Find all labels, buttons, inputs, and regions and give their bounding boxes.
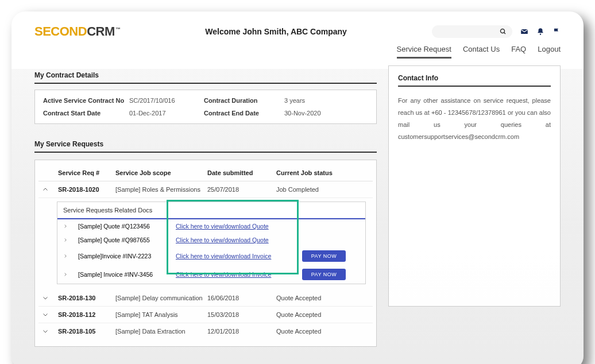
request-scope: [Sample] Data Extraction — [115, 328, 207, 335]
contract-no-label: Active Service Contract No — [43, 97, 129, 104]
contract-duration-value: 3 years — [284, 97, 353, 104]
nav-service-request[interactable]: Service Request — [397, 45, 451, 59]
contact-title: Contact Info — [398, 74, 551, 87]
col-service-req: Service Req # — [58, 169, 115, 176]
search-input[interactable] — [432, 25, 512, 38]
chevron-up-icon — [42, 186, 49, 193]
logo-part2: CRM — [87, 24, 115, 39]
nav-row: Service Request Contact Us FAQ Logout — [34, 45, 561, 59]
mail-icon[interactable] — [520, 28, 528, 36]
contract-end-label: Contract End Date — [204, 110, 284, 117]
doc-row: [Sample]Invoice #INV-2223 Click here to … — [57, 247, 365, 265]
request-row[interactable]: SR-2018-105 [Sample] Data Extraction 12/… — [38, 323, 373, 339]
contract-details-title: My Contract Details — [34, 65, 377, 84]
svg-line-1 — [504, 33, 506, 34]
request-status: Quote Accepted — [276, 311, 357, 318]
chevron-down-icon — [42, 328, 49, 335]
request-id: SR-2018-1020 — [58, 186, 115, 193]
doc-link[interactable]: Click here to view/download Invoice — [176, 253, 302, 260]
chevron-down-icon — [42, 311, 49, 318]
chevron-right-icon[interactable] — [63, 224, 68, 229]
col-job-scope: Service Job scope — [115, 169, 207, 176]
request-date: 12/01/2018 — [207, 328, 276, 335]
requests-card: Service Req # Service Job scope Date sub… — [34, 160, 377, 347]
chevron-right-icon[interactable] — [63, 238, 68, 242]
contract-duration-label: Contract Duration — [204, 97, 284, 104]
flag-icon[interactable] — [552, 28, 561, 36]
doc-name: [Sample] Quote #Q987655 — [78, 237, 176, 243]
request-row[interactable]: SR-2018-130 [Sample] Delay communication… — [38, 290, 373, 307]
nav-logout[interactable]: Logout — [538, 45, 561, 59]
contract-start-label: Contract Start Date — [43, 110, 129, 117]
request-scope: [Sample] Delay communication — [115, 295, 207, 301]
pay-now-button[interactable]: PAY NOW — [302, 250, 346, 262]
requests-header: Service Req # Service Job scope Date sub… — [38, 165, 373, 181]
logo-tm: ™ — [115, 26, 121, 32]
request-date: 25/07/2018 — [207, 186, 276, 193]
contact-body: For any other assistance on service requ… — [398, 95, 551, 143]
doc-row: [Sample] Quote #Q123456 Click here to vi… — [57, 219, 365, 233]
svg-point-3 — [540, 34, 541, 35]
contract-end-value: 30-Nov-2020 — [284, 110, 353, 117]
contract-no-value: SC/2017/10/016 — [129, 97, 204, 104]
request-id: SR-2018-105 — [58, 328, 115, 335]
contract-start-value: 01-Dec-2017 — [129, 110, 204, 117]
doc-row: [Sample] Invoice #INV-3456 Click here to… — [57, 265, 365, 284]
request-row[interactable]: SR-2018-112 [Sample] TAT Analysis 15/03/… — [38, 307, 373, 323]
docs-panel: Service Requests Related Docs [Sample] Q… — [57, 202, 366, 284]
col-job-status: Current Job status — [276, 169, 357, 176]
contact-card: Contact Info For any other assistance on… — [388, 65, 561, 307]
docs-header: Service Requests Related Docs — [57, 202, 365, 219]
request-status: Quote Accepted — [276, 295, 357, 301]
logo: SECOND CRM ™ — [34, 24, 120, 39]
chevron-right-icon[interactable] — [63, 272, 68, 277]
requests-title: My Service Requests — [34, 134, 377, 153]
search-icon — [500, 28, 507, 35]
svg-point-0 — [501, 29, 505, 33]
col-date-submitted: Date submitted — [207, 169, 276, 176]
doc-name: [Sample] Quote #Q123456 — [78, 223, 176, 230]
app-frame: SECOND CRM ™ Welcome John Smith, ABC Com… — [11, 11, 584, 364]
topbar: SECOND CRM ™ Welcome John Smith, ABC Com… — [34, 24, 561, 39]
doc-row: [Sample] Quote #Q987655 Click here to vi… — [57, 233, 365, 247]
pay-now-button[interactable]: PAY NOW — [302, 269, 346, 280]
chevron-right-icon[interactable] — [63, 254, 68, 258]
doc-name: [Sample]Invoice #INV-2223 — [78, 253, 176, 260]
chevron-down-icon — [42, 295, 49, 301]
doc-name: [Sample] Invoice #INV-3456 — [78, 271, 176, 278]
request-scope: [Sample] Roles & Permissions — [115, 186, 207, 193]
nav-faq[interactable]: FAQ — [511, 45, 526, 59]
request-id: SR-2018-112 — [58, 311, 115, 318]
doc-link[interactable]: Click here to view/download Invoice — [176, 271, 302, 278]
iconbar — [432, 25, 561, 38]
logo-part1: SECOND — [34, 24, 87, 39]
nav-contact-us[interactable]: Contact Us — [463, 45, 500, 59]
request-id: SR-2018-130 — [58, 295, 115, 301]
request-scope: [Sample] TAT Analysis — [115, 311, 207, 318]
request-status: Quote Accepted — [276, 328, 357, 335]
request-status: Job Completed — [276, 186, 357, 193]
doc-link[interactable]: Click here to view/download Quote — [176, 223, 302, 230]
request-row[interactable]: SR-2018-1020 [Sample] Roles & Permission… — [38, 181, 373, 198]
request-date: 15/03/2018 — [207, 311, 276, 318]
bell-icon[interactable] — [536, 28, 544, 36]
doc-link[interactable]: Click here to view/download Quote — [176, 237, 302, 243]
request-date: 16/06/2018 — [207, 295, 276, 301]
welcome-message: Welcome John Smith, ABC Company — [129, 27, 423, 36]
contract-card: Active Service Contract No SC/2017/10/01… — [34, 90, 377, 124]
